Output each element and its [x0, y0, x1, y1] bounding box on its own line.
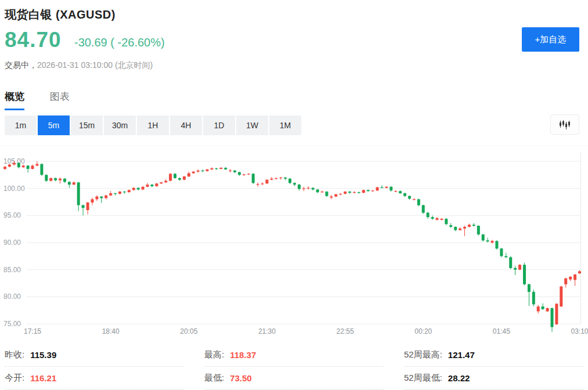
stat-value: 118.37 [230, 350, 256, 360]
candle [31, 165, 34, 169]
candle [86, 202, 89, 215]
candle [114, 193, 117, 196]
candle [293, 182, 296, 186]
candle [118, 191, 121, 194]
candle [436, 217, 439, 221]
chart-canvas[interactable]: 105.00100.0095.0090.0085.0080.0075.00 [0, 153, 588, 340]
candle [546, 308, 549, 312]
candle [321, 190, 324, 193]
page-title: 现货白银 (XAGUSD) [5, 7, 116, 23]
candle [270, 177, 273, 180]
candle [573, 274, 576, 286]
candle [82, 205, 85, 216]
candle [233, 170, 236, 174]
candle [275, 178, 277, 180]
svg-text:75.00: 75.00 [3, 320, 21, 328]
stat-value: 73.50 [230, 373, 252, 383]
candle [371, 190, 374, 192]
candle [183, 176, 186, 180]
stat-label: 最低: [204, 373, 224, 384]
stat-label: 52周最高: [404, 349, 442, 360]
candle [100, 196, 103, 203]
candle [150, 184, 153, 187]
candle [514, 266, 517, 275]
x-axis-label: 22:55 [337, 327, 354, 335]
stat-label: 今开: [5, 373, 24, 384]
stat-item: 昨收:115.39 [5, 344, 184, 367]
x-axis-label: 20:05 [180, 327, 197, 335]
candle [63, 178, 66, 183]
svg-text:85.00: 85.00 [3, 266, 21, 274]
quote-timestamp: 2026-01-31 03:10:00 (北京时间) [37, 60, 153, 70]
x-axis-label: 01:45 [493, 327, 510, 335]
candle [215, 168, 218, 170]
candle [449, 223, 452, 228]
trading-status: 交易中， [5, 60, 37, 70]
candle [528, 284, 531, 306]
timeframe-1m[interactable]: 1m [5, 115, 37, 135]
candle [348, 191, 351, 194]
stat-label: 昨收: [5, 349, 24, 360]
candle [123, 191, 126, 194]
add-watchlist-button[interactable]: +加自选 [522, 27, 579, 52]
candle [560, 286, 562, 307]
candle [187, 172, 190, 177]
candle [45, 174, 48, 182]
candlestick-chart[interactable]: 105.00100.0095.0090.0085.0080.0075.00 17… [0, 145, 588, 340]
tab-overview[interactable]: 概览 [5, 90, 24, 110]
candle [518, 264, 521, 270]
price-change: -30.69 ( -26.60%) [74, 36, 165, 49]
timeframe-30m[interactable]: 30m [104, 115, 136, 135]
candle [284, 177, 287, 180]
stat-value: 121.47 [448, 350, 475, 360]
candle [564, 278, 567, 288]
candle [35, 161, 38, 166]
candle [463, 226, 466, 236]
stat-label: 最高: [204, 349, 224, 360]
candle [491, 240, 494, 244]
candlestick-icon [557, 120, 572, 130]
candle [500, 248, 503, 257]
candle [385, 186, 388, 189]
candle [219, 167, 222, 169]
svg-text:95.00: 95.00 [3, 211, 21, 219]
candle [27, 165, 30, 173]
tab-chart[interactable]: 图表 [50, 90, 70, 110]
candle [509, 256, 512, 269]
candle [206, 169, 209, 172]
candle [252, 174, 255, 185]
current-price: 84.70 [5, 28, 62, 52]
candle [146, 183, 149, 187]
candle [394, 190, 397, 192]
candle [523, 263, 526, 286]
candle [197, 169, 200, 173]
candle [482, 234, 485, 241]
timeframe-1d[interactable]: 1D [203, 115, 235, 135]
stat-label: 52周最低: [404, 373, 442, 384]
candle [413, 198, 416, 200]
timeframe-1h[interactable]: 1H [137, 115, 169, 135]
timeframe-1w[interactable]: 1W [236, 115, 268, 135]
candle [137, 187, 140, 191]
svg-text:80.00: 80.00 [3, 292, 21, 301]
tab-bar: 概览图表 [5, 90, 70, 110]
svg-text:100.00: 100.00 [3, 185, 25, 193]
candle [160, 182, 163, 184]
candle [389, 186, 392, 192]
candle [174, 174, 176, 179]
candle [302, 187, 305, 192]
chart-type-button[interactable] [550, 114, 579, 135]
stat-item: 52周最低:28.22 [404, 367, 583, 390]
candle [201, 169, 204, 172]
timeframe-5m[interactable]: 5m [38, 115, 70, 135]
timeframe-4h[interactable]: 4H [170, 115, 202, 135]
candle [486, 238, 489, 243]
candle [495, 240, 498, 250]
candle [353, 191, 356, 193]
timeframe-1m[interactable]: 1M [269, 115, 301, 135]
candle [454, 226, 457, 231]
candle [325, 191, 328, 197]
timeframe-15m[interactable]: 15m [71, 115, 103, 135]
candle [17, 162, 20, 168]
candle [54, 178, 57, 182]
